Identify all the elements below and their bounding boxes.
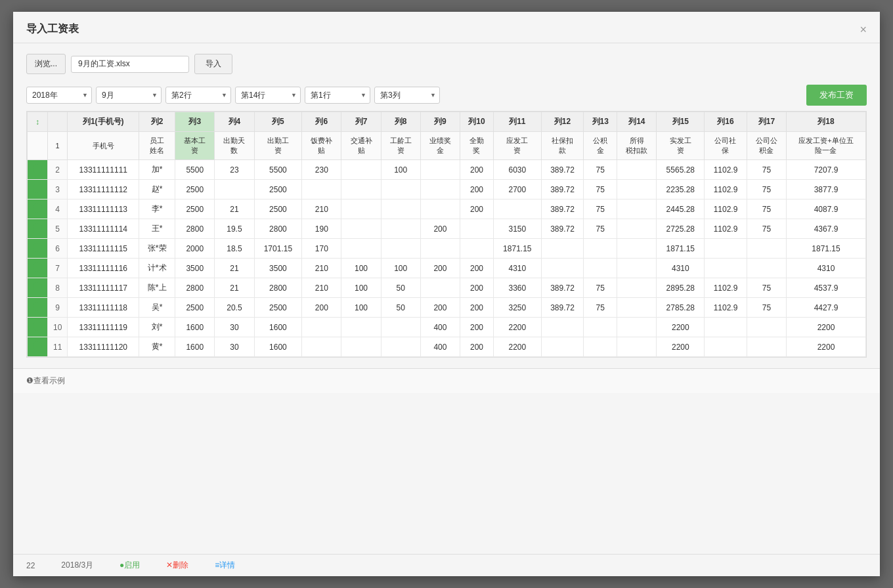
cell-col13: 75 — [584, 219, 617, 239]
cell-col11 — [493, 200, 541, 219]
cell-phone: 13311111112 — [68, 180, 139, 200]
cell-col18: 2200 — [786, 337, 865, 357]
browse-button[interactable]: 浏览... — [26, 54, 66, 74]
th-col15: 列15 — [657, 112, 705, 132]
table-row: 4 13311111113 李* 2500 21 2500 210 200 38… — [28, 200, 866, 219]
cell-col18: 4427.9 — [786, 298, 865, 318]
cell-col10: 200 — [460, 259, 493, 278]
cell-col3: 2500 — [175, 180, 215, 200]
cell-col10: 200 — [460, 200, 493, 219]
cell-col7 — [341, 239, 381, 259]
cell-col11: 1871.15 — [493, 239, 541, 259]
cell-col18: 3877.9 — [786, 180, 865, 200]
cell-col13: 75 — [584, 180, 617, 200]
th-col11: 列11 — [493, 112, 541, 132]
cell-col12: 389.72 — [541, 160, 584, 180]
import-button[interactable]: 导入 — [194, 54, 232, 74]
cell-col14 — [617, 160, 657, 180]
th-sub-performance: 业绩奖金 — [420, 132, 460, 160]
cell-col7: 100 — [341, 278, 381, 298]
cell-col5: 2800 — [254, 278, 302, 298]
cell-col18: 4087.9 — [786, 200, 865, 219]
cell-col13 — [584, 259, 617, 278]
bottom-num: 22 — [26, 561, 35, 570]
modal-title: 导入工资表 — [26, 22, 79, 36]
cell-col17 — [747, 239, 786, 259]
cell-col16: 1102.9 — [705, 200, 747, 219]
cell-col9 — [420, 180, 460, 200]
cell-col3: 2500 — [175, 298, 215, 318]
row-number: 11 — [48, 337, 68, 357]
col-subheader-row: 1 手机号 员工姓名 基本工资 出勤天数 出勤工资 饭费补贴 交通补贴 工龄工资… — [28, 132, 866, 160]
cell-name: 刘* — [139, 318, 175, 337]
cell-name: 李* — [139, 200, 175, 219]
month-select[interactable]: 9月 — [96, 87, 162, 104]
cell-col8: 100 — [381, 259, 420, 278]
row-number: 2 — [48, 160, 68, 180]
cell-col4: 21 — [215, 259, 254, 278]
th-col6: 列6 — [302, 112, 341, 132]
cell-col6: 230 — [302, 160, 341, 180]
cell-name: 吴* — [139, 298, 175, 318]
row-number: 6 — [48, 239, 68, 259]
cell-col13 — [584, 337, 617, 357]
cell-col4: 20.5 — [215, 298, 254, 318]
bottom-status-detail[interactable]: ≡详情 — [215, 560, 235, 571]
cell-col16 — [705, 239, 747, 259]
cell-col4: 18.5 — [215, 239, 254, 259]
cell-col4: 21 — [215, 278, 254, 298]
view-example-link[interactable]: ❶查看示例 — [26, 375, 65, 387]
th-col13: 列13 — [584, 112, 617, 132]
cell-name: 加* — [139, 160, 175, 180]
th-sub-name: 员工姓名 — [139, 132, 175, 160]
th-sub-transallow: 交通补贴 — [341, 132, 381, 160]
row14-select-wrapper: 第14行 — [235, 87, 301, 104]
year-select[interactable]: 2018年 — [26, 87, 92, 104]
cell-col15: 2445.28 — [657, 200, 705, 219]
cell-col11: 2700 — [493, 180, 541, 200]
cell-col7 — [341, 160, 381, 180]
cell-col5: 2500 — [254, 180, 302, 200]
th-sub-provfund: 公积金 — [584, 132, 617, 160]
cell-col11: 3150 — [493, 219, 541, 239]
publish-salary-button[interactable]: 发布工资 — [806, 85, 867, 106]
cell-col11: 6030 — [493, 160, 541, 180]
cell-col18: 4537.9 — [786, 278, 865, 298]
filter-section: 2018年 9月 第2行 第14行 — [26, 85, 867, 106]
cell-col7 — [341, 219, 381, 239]
cell-col12: 389.72 — [541, 180, 584, 200]
th-col1: 列1(手机号) — [68, 112, 139, 132]
cell-col14 — [617, 259, 657, 278]
table-row: 10 13311111119 刘* 1600 30 1600 400 200 2… — [28, 318, 866, 337]
cell-col18: 4367.9 — [786, 219, 865, 239]
cell-col4: 23 — [215, 160, 254, 180]
th-sub-workdays: 出勤天数 — [215, 132, 254, 160]
th-sub-incometax: 所得税扣款 — [617, 132, 657, 160]
cell-col12 — [541, 259, 584, 278]
cell-col6: 200 — [302, 298, 341, 318]
th-col10: 列10 — [460, 112, 493, 132]
cell-col14 — [617, 298, 657, 318]
cell-col9 — [420, 278, 460, 298]
cell-col7: 100 — [341, 259, 381, 278]
row-green-marker — [28, 180, 48, 200]
th-col18: 列18 — [786, 112, 865, 132]
row2-select[interactable]: 第2行 — [165, 87, 231, 104]
cell-col3: 5500 — [175, 160, 215, 180]
salary-table-container[interactable]: ↕ 列1(手机号) 列2 列3 列4 列5 列6 列7 列8 列9 — [26, 111, 867, 358]
cell-col9: 200 — [420, 259, 460, 278]
col-header-row: ↕ 列1(手机号) 列2 列3 列4 列5 列6 列7 列8 列9 — [28, 112, 866, 132]
col3-select[interactable]: 第3列 — [374, 87, 440, 104]
row-green-marker — [28, 200, 48, 219]
file-name-input[interactable] — [71, 56, 189, 73]
cell-col4: 30 — [215, 318, 254, 337]
cell-col16: 1102.9 — [705, 180, 747, 200]
cell-col5: 1600 — [254, 318, 302, 337]
row1-select[interactable]: 第1行 — [305, 87, 370, 104]
cell-col14 — [617, 337, 657, 357]
row14-select[interactable]: 第14行 — [235, 87, 301, 104]
cell-col15: 4310 — [657, 259, 705, 278]
cell-col7 — [341, 180, 381, 200]
bottom-status-delete[interactable]: ✕删除 — [166, 560, 188, 571]
close-button[interactable]: × — [860, 24, 867, 35]
